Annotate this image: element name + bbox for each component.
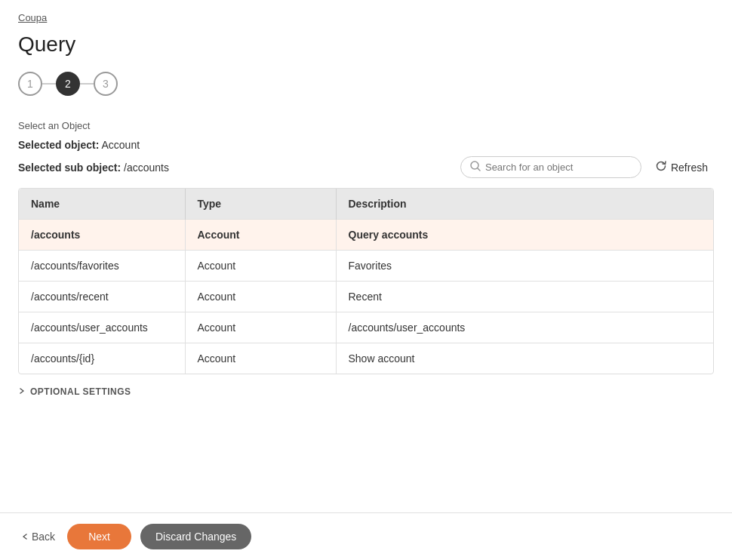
back-button[interactable]: Back — [18, 525, 58, 549]
page-title: Query — [18, 32, 714, 57]
refresh-button[interactable]: Refresh — [649, 155, 714, 179]
table-row[interactable]: /accounts/favoritesAccountFavorites — [19, 251, 713, 282]
cell-type: Account — [185, 220, 336, 251]
cell-name: /accounts — [19, 220, 185, 251]
stepper: 1 2 3 — [18, 72, 714, 96]
selected-object-label: Selected object: — [18, 139, 99, 151]
cell-name: /accounts/favorites — [19, 251, 185, 282]
col-header-name: Name — [19, 189, 185, 220]
table-row[interactable]: /accounts/user_accountsAccount/accounts/… — [19, 312, 713, 343]
discard-button[interactable]: Discard Changes — [140, 524, 251, 549]
breadcrumb-link[interactable]: Coupa — [18, 12, 47, 23]
footer-bar: Back Next Discard Changes — [0, 512, 732, 560]
back-chevron-icon — [21, 531, 29, 543]
selected-sub-object-value-text: /accounts — [124, 162, 169, 174]
search-input[interactable] — [485, 162, 632, 173]
search-box — [460, 156, 641, 178]
selected-object-info: Selected object: Account — [18, 139, 714, 151]
cell-type: Account — [185, 251, 336, 282]
cell-description: Show account — [336, 343, 713, 374]
section-label: Select an Object — [18, 120, 714, 131]
cell-name: /accounts/recent — [19, 282, 185, 312]
selected-object-value-text: Account — [102, 139, 140, 151]
step-connector-1 — [42, 83, 56, 85]
step-connector-2 — [80, 83, 94, 85]
cell-description: /accounts/user_accounts — [336, 312, 713, 343]
table-row[interactable]: /accounts/{id}AccountShow account — [19, 343, 713, 374]
optional-settings-toggle[interactable]: OPTIONAL SETTINGS — [18, 374, 714, 397]
svg-line-1 — [478, 168, 480, 171]
data-table: Name Type Description /accountsAccountQu… — [19, 189, 713, 374]
page-wrapper: Coupa Query 1 2 3 Select an Object Selec… — [0, 0, 732, 560]
search-icon — [470, 161, 481, 174]
cell-type: Account — [185, 282, 336, 312]
cell-name: /accounts/user_accounts — [19, 312, 185, 343]
cell-type: Account — [185, 312, 336, 343]
table-wrapper[interactable]: Name Type Description /accountsAccountQu… — [18, 188, 714, 374]
back-label: Back — [32, 531, 55, 543]
refresh-label: Refresh — [671, 162, 708, 174]
col-header-description: Description — [336, 189, 713, 220]
breadcrumb: Coupa — [18, 12, 714, 23]
table-row[interactable]: /accountsAccountQuery accounts — [19, 220, 713, 251]
cell-name: /accounts/{id} — [19, 343, 185, 374]
cell-description: Favorites — [336, 251, 713, 282]
cell-type: Account — [185, 343, 336, 374]
table-header-row: Name Type Description — [19, 189, 713, 220]
optional-settings-label: OPTIONAL SETTINGS — [30, 386, 131, 397]
step-3[interactable]: 3 — [94, 72, 118, 96]
refresh-icon — [655, 160, 667, 174]
selected-sub-object-label: Selected sub object: — [18, 162, 121, 174]
chevron-right-icon — [18, 386, 26, 397]
table-row[interactable]: /accounts/recentAccountRecent — [19, 282, 713, 312]
cell-description: Query accounts — [336, 220, 713, 251]
step-2[interactable]: 2 — [56, 72, 80, 96]
next-button[interactable]: Next — [67, 524, 131, 549]
step-1[interactable]: 1 — [18, 72, 42, 96]
selected-sub-object-info: Selected sub object: /accounts — [18, 162, 169, 174]
cell-description: Recent — [336, 282, 713, 312]
col-header-type: Type — [185, 189, 336, 220]
